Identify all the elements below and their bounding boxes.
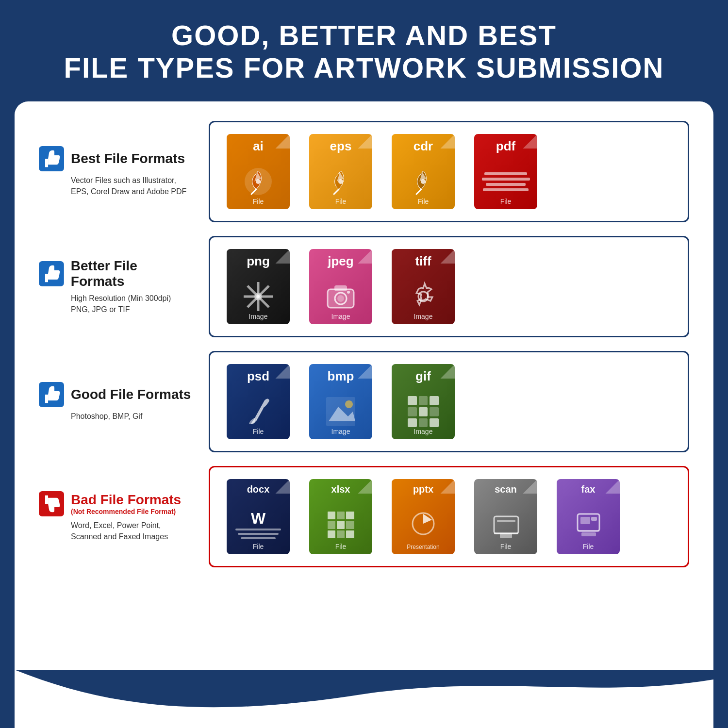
file-png: png Image [222,249,295,324]
pen-icon-ai [243,166,274,198]
file-pptx: pptx Presentation [387,479,460,554]
svg-rect-27 [500,533,512,538]
label-bad: Bad File Formats (Not Recommended File F… [39,491,194,542]
good-desc: Photoshop, BMP, Gif [39,411,194,422]
bad-desc: Word, Excel, Power Point, Scanned and Fa… [39,520,194,542]
scan-icon [490,509,522,541]
bad-subtitle: (Not Recommended File Format) [71,508,181,515]
label-header-best: Best File Formats [39,146,194,171]
pen-icon-eps [325,166,357,198]
svg-rect-24 [494,516,518,533]
snowflake-icon [241,280,275,314]
bad-title-block: Bad File Formats (Not Recommended File F… [71,492,181,515]
label-header-good: Good File Formats [39,382,194,407]
svg-point-14 [337,295,344,302]
content-card: Best File Formats Vector Files such as I… [15,101,713,670]
svg-point-2 [256,179,261,184]
better-files-box: png Image [209,236,689,337]
bottom-section [15,670,713,728]
svg-rect-32 [581,532,596,536]
thumbs-up-icon-better [39,261,64,286]
file-fax: fax File [552,479,625,554]
brush-icon [241,395,275,429]
svg-point-3 [338,179,343,184]
file-scan: scan File [469,479,542,554]
file-gif: Gif [387,364,460,439]
page-container: GOOD, BETTER AND BEST FILE TYPES FOR ART… [0,0,728,728]
label-better: Better File Formats High Resolution (Min… [39,258,194,315]
row-best: Best File Formats Vector Files such as I… [39,121,689,222]
better-desc: High Resolution (Min 300dpi) PNG, JPG or… [39,293,194,315]
svg-rect-12 [334,285,347,291]
header: GOOD, BETTER AND BEST FILE TYPES FOR ART… [0,0,728,94]
row-better: Better File Formats High Resolution (Min… [39,236,689,337]
thumbs-up-icon-good [39,382,64,407]
label-best: Best File Formats Vector Files such as I… [39,146,194,197]
gif-grid-icon [406,394,441,429]
fax-icon [573,509,604,541]
swoosh-svg [15,670,713,728]
svg-rect-30 [591,517,597,521]
mountain-icon [324,395,358,429]
svg-rect-25 [497,520,515,522]
camera-icon [324,280,358,314]
ppt-icon [408,510,439,539]
better-title: Better File Formats [71,258,194,289]
file-xlsx: xlsx [304,479,377,554]
file-bmp: Bmp Image [304,364,377,439]
bad-title: Bad File Formats [71,492,181,508]
file-tiff: tiff Image [387,249,460,324]
svg-point-10 [254,293,262,300]
best-desc: Vector Files such as Illustrator, EPS, C… [39,175,194,197]
good-title: Good File Formats [71,387,191,402]
best-title: Best File Formats [71,151,185,166]
file-ai: ai File [222,134,295,209]
best-files-box: ai File [209,121,689,222]
svg-point-4 [421,179,426,184]
svg-point-15 [347,291,350,294]
label-header-better: Better File Formats [39,258,194,289]
good-files-box: Psd File Bmp [209,351,689,452]
row-good: Good File Formats Photoshop, BMP, Gif Ps… [39,351,689,452]
file-jpeg: Jpeg Image [304,249,377,324]
bad-files-box: docx W File [209,466,689,567]
thumbs-up-icon [39,146,64,171]
label-header-bad: Bad File Formats (Not Recommended File F… [39,491,194,516]
file-docx: docx W File [222,479,295,554]
label-good: Good File Formats Photoshop, BMP, Gif [39,382,194,422]
thumbs-down-icon [39,491,64,516]
pen-icon-cdr [408,166,439,198]
svg-rect-29 [580,517,590,524]
file-psd: Psd File [222,364,295,439]
svg-point-21 [345,400,353,408]
page-title: GOOD, BETTER AND BEST FILE TYPES FOR ART… [29,19,699,84]
row-bad: Bad File Formats (Not Recommended File F… [39,466,689,567]
file-eps: EPS File [304,134,377,209]
file-cdr: cdr File [387,134,460,209]
gear-icon [406,280,440,314]
file-pdf: Pdf File [469,134,542,209]
